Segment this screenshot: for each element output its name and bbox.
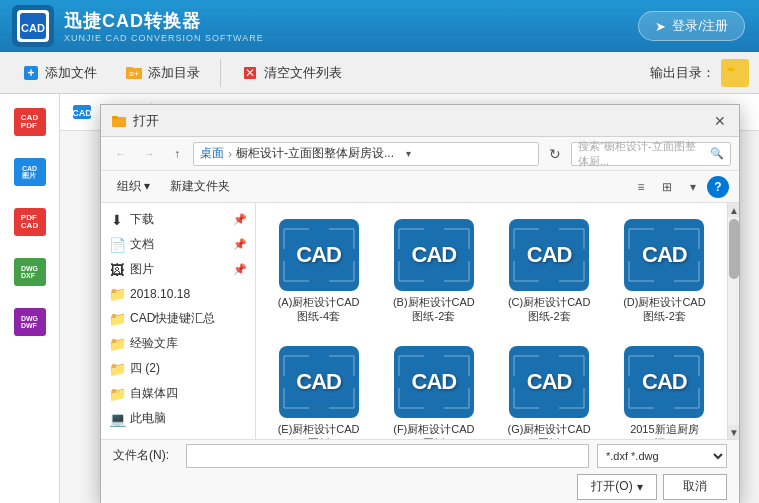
output-folder-button[interactable]	[721, 59, 749, 87]
scroll-down-button[interactable]: ▼	[728, 425, 739, 439]
view-list-button[interactable]: ≡	[629, 175, 653, 199]
svg-text:CAD: CAD	[21, 22, 45, 34]
add-file-icon: +	[22, 64, 40, 82]
tree-item-docs[interactable]: 📄 文档 📌	[101, 232, 255, 257]
new-folder-button[interactable]: 新建文件夹	[162, 176, 238, 197]
sidebar-item-pdf-cad[interactable]: PDFCAD	[4, 198, 56, 246]
tree-label-cad-shortcuts: CAD快捷键汇总	[130, 310, 215, 327]
folder-icon-date: 📁	[109, 286, 125, 302]
title-bar: CAD 迅捷CAD转换器 XUNJIE CAD CONVERSION SOFTW…	[0, 0, 759, 52]
download-icon: ⬇	[109, 212, 125, 228]
computer-icon: 💻	[109, 411, 125, 427]
open-label: 打开(O)	[591, 478, 632, 495]
tree-item-four[interactable]: 📁 四 (2)	[101, 356, 255, 381]
pin-icon-pictures: 📌	[233, 263, 247, 276]
dwg-dxf-icon: DWGDXF	[14, 258, 46, 286]
file-item-5[interactable]: CAD (F)厨柜设计CAD图纸	[381, 340, 486, 439]
dialog-close-button[interactable]: ✕	[711, 112, 729, 130]
login-button[interactable]: ➤ 登录/注册	[638, 11, 745, 41]
filename-label: 文件名(N):	[113, 447, 178, 464]
buttons-row: 打开(O) ▾ 取消	[113, 474, 727, 500]
title-text: 迅捷CAD转换器 XUNJIE CAD CONVERSION SOFTWARE	[64, 9, 264, 43]
dialog-titlebar: 打开 ✕	[101, 105, 739, 137]
folder-icon-four: 📁	[109, 361, 125, 377]
breadcrumb-dropdown[interactable]: ▾	[398, 144, 418, 164]
dialog-title: 打开	[133, 112, 159, 130]
filename-row: 文件名(N): *.dxf *.dwg	[113, 444, 727, 468]
sidebar-item-dwg-dwf[interactable]: DWGDWF	[4, 298, 56, 346]
sidebar-item-dwg-dxf[interactable]: DWGDXF	[4, 248, 56, 296]
sidebar-item-cad-img[interactable]: CAD图片	[4, 148, 56, 196]
add-file-button[interactable]: + 添加文件	[10, 59, 109, 87]
cad-img-icon: CAD图片	[14, 158, 46, 186]
tree-label-date: 2018.10.18	[130, 287, 190, 301]
file-item-1[interactable]: CAD (B)厨柜设计CAD图纸-2套	[381, 213, 486, 330]
cancel-label: 取消	[683, 478, 707, 495]
add-dir-icon: ≡+	[125, 64, 143, 82]
pictures-icon: 🖼	[109, 262, 125, 278]
clear-list-button[interactable]: ✕ 清空文件列表	[229, 59, 354, 87]
dialog-body: ⬇ 下载 📌 📄 文档 📌 🖼 图片 📌	[101, 203, 739, 439]
file-item-6[interactable]: CAD (G)厨柜设计CAD图纸	[497, 340, 602, 439]
dwg-dwf-icon: DWGDWF	[14, 308, 46, 336]
file-name-0: (A)厨柜设计CAD图纸-4套	[275, 295, 363, 324]
view-dropdown-button[interactable]: ▾	[681, 175, 705, 199]
file-thumb-3: CAD	[624, 219, 704, 291]
tree-label-pictures: 图片	[130, 261, 154, 278]
folder-icon-media: 📁	[109, 386, 125, 402]
folder-icon-cad-shortcuts: 📁	[109, 311, 125, 327]
main-toolbar: + 添加文件 ≡+ 添加目录 ✕ 清空文件列表 输出目录：	[0, 52, 759, 94]
scroll-up-button[interactable]: ▲	[728, 203, 739, 217]
filename-input[interactable]	[186, 444, 589, 468]
file-name-7: 2015新追厨房橱...	[620, 422, 708, 439]
new-folder-label: 新建文件夹	[170, 179, 230, 193]
nav-forward-button[interactable]: →	[137, 142, 161, 166]
tree-item-downloads[interactable]: ⬇ 下载 📌	[101, 207, 255, 232]
file-item-4[interactable]: CAD (E)厨柜设计CAD图纸	[266, 340, 371, 439]
refresh-button[interactable]: ↻	[543, 142, 567, 166]
nav-up-button[interactable]: ↑	[165, 142, 189, 166]
help-button[interactable]: ?	[707, 176, 729, 198]
clear-list-label: 清空文件列表	[264, 64, 342, 82]
logo-inner: CAD	[17, 10, 49, 42]
tree-item-pictures[interactable]: 🖼 图片 📌	[101, 257, 255, 282]
svg-text:+: +	[27, 66, 34, 80]
filetype-select[interactable]: *.dxf *.dwg	[597, 444, 727, 468]
search-icon: 🔍	[710, 147, 724, 160]
file-item-0[interactable]: CAD (A)厨柜设计CAD图纸-4套	[266, 213, 371, 330]
files-grid: CAD (A)厨柜设计CAD图纸-4套	[266, 213, 717, 439]
open-button[interactable]: 打开(O) ▾	[577, 474, 657, 500]
view-grid-button[interactable]: ⊞	[655, 175, 679, 199]
scroll-thumb[interactable]	[729, 219, 739, 279]
add-dir-button[interactable]: ≡+ 添加目录	[113, 59, 212, 87]
file-thumb-2: CAD	[509, 219, 589, 291]
file-item-2[interactable]: CAD (C)厨柜设计CAD图纸-2套	[497, 213, 602, 330]
file-name-5: (F)厨柜设计CAD图纸	[390, 422, 478, 439]
search-box[interactable]: 搜索"橱柜设计-立面图整体厨... 🔍	[571, 142, 731, 166]
tree-item-cad-shortcuts[interactable]: 📁 CAD快捷键汇总	[101, 306, 255, 331]
clear-list-icon: ✕	[241, 64, 259, 82]
organize-button[interactable]: 组织 ▾	[111, 176, 156, 197]
tree-item-this-pc[interactable]: 💻 此电脑	[101, 406, 255, 431]
tree-item-date[interactable]: 📁 2018.10.18	[101, 282, 255, 306]
tree-item-media[interactable]: 📁 自媒体四	[101, 381, 255, 406]
tree-label-experience: 经验文库	[130, 335, 178, 352]
file-thumb-4: CAD	[279, 346, 359, 418]
cancel-button[interactable]: 取消	[663, 474, 727, 500]
view-buttons: ≡ ⊞ ▾ ?	[629, 175, 729, 199]
nav-back-button[interactable]: ←	[109, 142, 133, 166]
svg-rect-14	[112, 116, 118, 119]
left-sidebar: CADPDF CAD图片 PDFCAD DWGDXF DWGDWF	[0, 94, 60, 503]
breadcrumb[interactable]: 桌面 › 橱柜设计-立面图整体厨房设... ▾	[193, 142, 539, 166]
breadcrumb-desktop[interactable]: 桌面	[200, 145, 224, 162]
file-item-3[interactable]: CAD (D)厨柜设计CAD图纸-2套	[612, 213, 717, 330]
file-name-3: (D)厨柜设计CAD图纸-2套	[620, 295, 708, 324]
file-item-7[interactable]: CAD 2015新追厨房橱...	[612, 340, 717, 439]
svg-text:✕: ✕	[245, 66, 255, 80]
tree-item-experience[interactable]: 📁 经验文库	[101, 331, 255, 356]
sidebar-item-cad-pdf[interactable]: CADPDF	[4, 98, 56, 146]
file-name-2: (C)厨柜设计CAD图纸-2套	[505, 295, 593, 324]
login-icon: ➤	[655, 19, 666, 34]
open-arrow-icon: ▾	[637, 480, 643, 494]
dialog-tree: ⬇ 下载 📌 📄 文档 📌 🖼 图片 📌	[101, 203, 256, 439]
